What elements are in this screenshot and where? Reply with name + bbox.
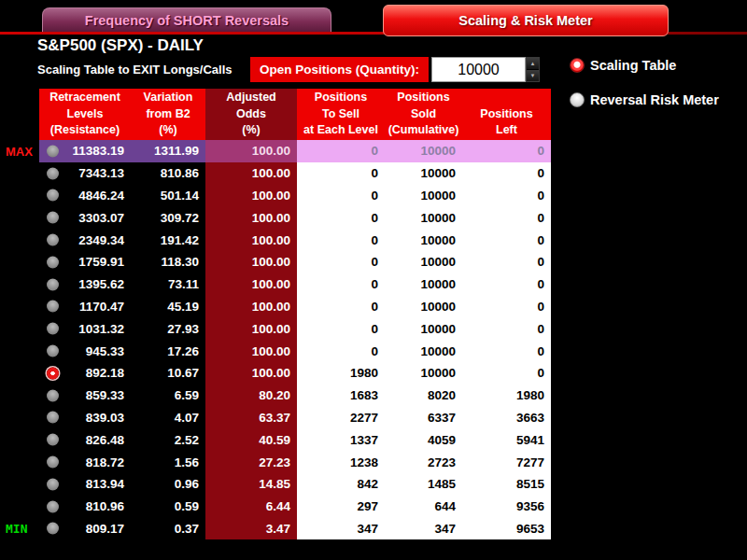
cell-variation: 501.14 [131, 185, 205, 207]
cell-to_sell: 2277 [297, 407, 385, 429]
cell-odds: 100.00 [205, 162, 297, 185]
cell-odds: 80.20 [205, 385, 297, 407]
cell-left: 8515 [462, 473, 551, 496]
cell-variation: 0.37 [131, 518, 205, 540]
row-radio[interactable] [47, 323, 59, 335]
cell-level: 1759.91 [39, 251, 131, 273]
cell-to_sell: 0 [297, 296, 385, 318]
cell-left: 0 [462, 317, 551, 340]
table-row: MIN809.170.373.473473479653 [39, 518, 551, 540]
cell-variation: 0.96 [131, 473, 205, 496]
cell-to_sell: 297 [297, 496, 385, 518]
row-radio[interactable] [47, 189, 59, 202]
cell-odds: 100.00 [205, 229, 297, 251]
row-radio[interactable] [47, 500, 59, 512]
cell-variation: 191.42 [131, 229, 205, 251]
cell-odds: 100.00 [205, 317, 297, 340]
cell-left: 0 [462, 362, 551, 385]
cell-left: 5941 [462, 428, 551, 451]
table-row: 859.336.5980.20168380201980 [39, 385, 551, 407]
row-radio[interactable] [47, 434, 59, 446]
cell-sold: 10000 [385, 229, 462, 251]
spinner-up-button[interactable]: ▲ [527, 58, 539, 69]
cell-sold: 10000 [385, 340, 462, 362]
cell-variation: 118.30 [131, 251, 205, 273]
cell-variation: 27.93 [131, 317, 205, 340]
cell-left: 0 [462, 340, 551, 362]
row-radio[interactable] [47, 456, 59, 469]
view-option-reversal-risk-meter[interactable]: Reversal Risk Meter [570, 92, 719, 107]
row-radio[interactable] [47, 412, 59, 424]
cell-variation: 309.72 [131, 206, 205, 229]
cell-to_sell: 0 [297, 251, 385, 273]
table-row: 1759.91118.30100.000100000 [39, 251, 551, 273]
cell-level: 813.94 [39, 473, 131, 496]
cell-level: 7343.13 [39, 162, 131, 185]
row-radio[interactable] [47, 478, 59, 490]
table-row: 2349.34191.42100.000100000 [39, 229, 551, 251]
row-tag-min: MIN [6, 522, 27, 536]
cell-odds: 3.47 [205, 518, 297, 540]
table-row: 3303.07309.72100.000100000 [39, 206, 551, 229]
cell-left: 0 [462, 229, 551, 251]
cell-left: 9356 [462, 496, 551, 518]
cell-left: 0 [462, 251, 551, 273]
cell-level: 859.33 [39, 385, 131, 407]
cell-odds: 27.23 [205, 451, 297, 473]
view-option-scaling-table[interactable]: Scaling Table [570, 58, 676, 73]
row-radio[interactable] [47, 167, 59, 179]
page-title: S&P500 (SPX) - DAILY [37, 36, 204, 55]
cell-left: 7277 [462, 451, 551, 473]
radio-unselected-icon[interactable] [570, 92, 585, 107]
cell-variation: 1.56 [131, 451, 205, 473]
table-header: RetracementLevels(Resistance)Variationfr… [39, 89, 551, 140]
row-radio[interactable] [47, 212, 59, 224]
column-header-positions-to-sell: PositionsTo Sellat Each Level [297, 89, 385, 140]
cell-level: 818.72 [39, 451, 131, 473]
cell-odds: 100.00 [205, 296, 297, 318]
cell-level: 2349.34 [39, 229, 131, 251]
cell-level: 826.48 [39, 428, 131, 451]
row-radio[interactable] [47, 234, 59, 246]
cell-sold: 10000 [385, 162, 462, 185]
cell-left: 0 [462, 273, 551, 296]
table-row: 892.1810.67100.001980100000 [39, 362, 551, 385]
cell-sold: 10000 [385, 206, 462, 229]
cell-odds: 100.00 [205, 140, 297, 162]
cell-odds: 6.44 [205, 496, 297, 518]
cell-sold: 10000 [385, 362, 462, 385]
row-radio[interactable] [47, 256, 59, 268]
cell-to_sell: 0 [297, 273, 385, 296]
cell-to_sell: 347 [297, 518, 385, 540]
cell-sold: 1485 [385, 473, 462, 496]
cell-level: 1031.32 [39, 317, 131, 340]
cell-variation: 10.67 [131, 362, 205, 385]
view-option-label: Scaling Table [590, 58, 676, 73]
spinner-down-button[interactable]: ▼ [527, 69, 539, 81]
row-radio[interactable] [47, 345, 59, 357]
cell-left: 0 [462, 162, 551, 185]
open-positions-input[interactable] [431, 57, 526, 82]
row-radio[interactable] [47, 389, 59, 401]
row-radio[interactable] [47, 301, 59, 313]
cell-odds: 100.00 [205, 362, 297, 385]
cell-to_sell: 1238 [297, 451, 385, 473]
cell-odds: 100.00 [205, 340, 297, 362]
tab-scaling-risk-meter[interactable]: Scaling & Risk Meter [383, 5, 669, 36]
table-row: 839.034.0763.37227763373663 [39, 407, 551, 429]
cell-sold: 6337 [385, 407, 462, 429]
tab-frequency-short-reversals[interactable]: Frequency of SHORT Reversals [42, 7, 331, 33]
column-header-adjusted-odds: AdjustedOdds(%) [205, 89, 297, 140]
table-row: 813.940.9614.8584214858515 [39, 473, 551, 496]
cell-odds: 100.00 [205, 206, 297, 229]
cell-to_sell: 0 [297, 140, 385, 162]
row-radio-selected[interactable] [47, 367, 59, 379]
radio-selected-icon[interactable] [570, 58, 585, 73]
open-positions-label: Open Positions (Quantity): [250, 57, 429, 82]
row-radio[interactable] [47, 145, 59, 157]
cell-variation: 2.52 [131, 428, 205, 451]
row-radio[interactable] [47, 523, 59, 535]
row-radio[interactable] [47, 278, 59, 290]
table-row: 1031.3227.93100.000100000 [39, 317, 551, 340]
open-positions-spinner: ▲ ▼ [526, 57, 540, 82]
